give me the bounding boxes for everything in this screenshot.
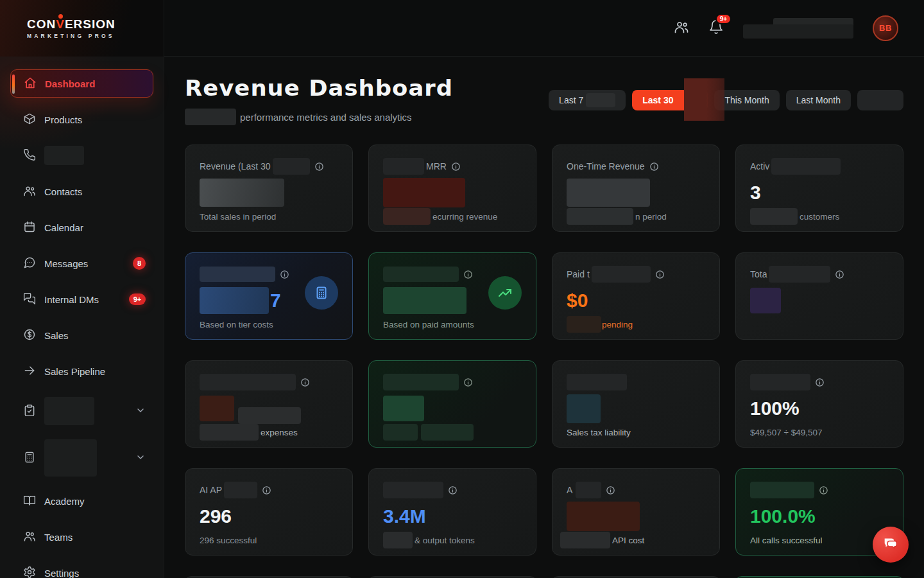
messages-badge: 8 bbox=[133, 257, 146, 270]
chat-bubbles-icon bbox=[882, 534, 900, 555]
sidebar-item-label: Messages bbox=[44, 258, 88, 269]
redacted-value bbox=[383, 287, 466, 314]
card-active-customers: Activ 3 customers bbox=[735, 144, 903, 232]
card-subtitle: Based on tier costs bbox=[200, 320, 273, 329]
sidebar-item-label: Dashboard bbox=[45, 78, 95, 89]
filter-last-7[interactable]: Last 7 bbox=[549, 90, 626, 110]
card-title: Activ bbox=[750, 161, 769, 171]
info-icon[interactable] bbox=[835, 270, 844, 279]
sidebar-item-contacts[interactable]: Contacts bbox=[10, 177, 153, 206]
sidebar-item-label: Products bbox=[44, 114, 82, 125]
sidebar-item-sales[interactable]: Sales bbox=[10, 321, 153, 349]
sidebar-item-redacted-clipboard[interactable] bbox=[10, 393, 153, 429]
info-icon[interactable] bbox=[262, 486, 271, 495]
card-collection-rate: 100% $49,507 ÷ $49,507 bbox=[735, 360, 903, 448]
messages-square-icon bbox=[23, 292, 36, 307]
avatar[interactable]: BB bbox=[873, 15, 898, 41]
sidebar-item-teams[interactable]: Teams bbox=[10, 523, 153, 551]
sidebar-item-academy[interactable]: Academy bbox=[10, 487, 153, 515]
notifications-badge: 9+ bbox=[715, 13, 732, 24]
sidebar-item-sales-pipeline[interactable]: Sales Pipeline bbox=[10, 357, 153, 385]
card-subtitle: ecurring revenue bbox=[432, 212, 497, 222]
sidebar-item-dashboard[interactable]: Dashboard bbox=[10, 69, 153, 98]
card-value: $0 bbox=[567, 290, 588, 311]
card-title: MRR bbox=[426, 161, 447, 171]
calculator-icon bbox=[23, 451, 36, 466]
redaction-overlay bbox=[684, 78, 724, 121]
sidebar-item-products[interactable]: Products bbox=[10, 105, 153, 134]
info-icon[interactable] bbox=[819, 486, 828, 495]
package-icon bbox=[23, 112, 36, 127]
redacted-value bbox=[200, 396, 234, 421]
sidebar: CONVERSION MARKETING PROS Dashboard Prod… bbox=[0, 0, 164, 578]
card-ai-api-calls: AI AP 296 296 successful bbox=[185, 468, 353, 556]
chat-fab-button[interactable] bbox=[873, 527, 909, 563]
sidebar-item-messages[interactable]: Messages 8 bbox=[10, 249, 153, 277]
info-icon[interactable] bbox=[606, 486, 615, 495]
brand-name: CONVERSION bbox=[27, 18, 116, 30]
main-content: Revenue Dashboard performance metrics an… bbox=[164, 57, 924, 578]
card-subtitle: API cost bbox=[612, 536, 644, 545]
calculator-badge-icon bbox=[305, 276, 338, 310]
notifications-bell-icon[interactable]: 9+ bbox=[708, 19, 724, 37]
sidebar-item-settings[interactable]: Settings bbox=[10, 559, 153, 578]
card-value: 3.4M bbox=[383, 505, 426, 527]
card-title: Paid t bbox=[567, 269, 590, 279]
card-expenses: expenses bbox=[185, 360, 353, 448]
info-icon[interactable] bbox=[300, 378, 310, 387]
sidebar-item-redacted-calculator[interactable] bbox=[10, 437, 153, 479]
sidebar-item-label: Settings bbox=[44, 568, 79, 578]
redacted-value bbox=[567, 502, 640, 531]
card-mrr: MRR ecurring revenue bbox=[368, 144, 536, 232]
card-one-time-revenue: One-Time Revenue n period bbox=[552, 144, 720, 232]
card-subtitle: expenses bbox=[261, 428, 298, 437]
card-subtitle: customers bbox=[800, 212, 839, 222]
chevron-down-icon bbox=[135, 405, 146, 417]
redacted-subtitle-part bbox=[185, 109, 236, 125]
card-title: Tota bbox=[750, 269, 767, 279]
info-icon[interactable] bbox=[649, 162, 659, 171]
dollar-circle-icon bbox=[23, 328, 36, 343]
sidebar-item-label: Sales Pipeline bbox=[44, 366, 105, 377]
info-icon[interactable] bbox=[314, 162, 324, 171]
filter-redacted[interactable] bbox=[857, 90, 903, 110]
redacted-value bbox=[200, 287, 269, 314]
info-icon[interactable] bbox=[815, 378, 825, 387]
info-icon[interactable] bbox=[280, 270, 289, 279]
page-header: Revenue Dashboard performance metrics an… bbox=[164, 57, 924, 125]
time-filter-group: Last 7 Last 30 This Month Last Month bbox=[549, 90, 903, 110]
calendar-icon bbox=[23, 220, 36, 235]
info-icon[interactable] bbox=[448, 486, 458, 495]
card-tokens: 3.4M & output tokens bbox=[368, 468, 536, 556]
card-paid-to-date: Paid t $0 pending bbox=[552, 252, 720, 340]
info-icon[interactable] bbox=[463, 378, 473, 387]
contacts-icon bbox=[23, 184, 36, 199]
sidebar-item-label: Calendar bbox=[44, 222, 83, 233]
sidebar-item-calendar[interactable]: Calendar bbox=[10, 213, 153, 241]
book-open-icon bbox=[23, 494, 36, 509]
app-root: CONVERSION MARKETING PROS Dashboard Prod… bbox=[0, 0, 924, 578]
filter-last-month[interactable]: Last Month bbox=[786, 90, 851, 110]
sidebar-item-label: Internal DMs bbox=[44, 294, 99, 305]
sidebar-item-internal-dms[interactable]: Internal DMs 9+ bbox=[10, 285, 153, 313]
sidebar-item-redacted-phone[interactable] bbox=[10, 141, 153, 170]
trending-up-icon bbox=[488, 276, 522, 310]
card-subtitle: Total sales in period bbox=[200, 212, 276, 222]
info-icon[interactable] bbox=[463, 270, 473, 279]
brand-v-figure-icon: V bbox=[56, 18, 65, 30]
card-value: 3 bbox=[750, 182, 761, 204]
card-value: 100% bbox=[750, 398, 800, 419]
team-members-icon[interactable] bbox=[674, 19, 689, 37]
info-icon[interactable] bbox=[451, 162, 461, 171]
card-value: 100.0% bbox=[750, 505, 816, 527]
card-subtitle: pending bbox=[602, 320, 633, 329]
info-icon[interactable] bbox=[655, 270, 665, 279]
page-title: Revenue Dashboard bbox=[185, 76, 453, 101]
sidebar-item-label: Contacts bbox=[44, 186, 82, 197]
card-subtitle: All calls successful bbox=[750, 536, 823, 545]
metrics-grid: Revenue (Last 30 Total sales in period M… bbox=[185, 144, 903, 556]
card-title: Revenue (Last 30 bbox=[200, 161, 271, 171]
brand-logo[interactable]: CONVERSION MARKETING PROS bbox=[0, 0, 164, 57]
card-subtitle: & output tokens bbox=[415, 536, 475, 545]
card-api-cost: A API cost bbox=[552, 468, 720, 556]
